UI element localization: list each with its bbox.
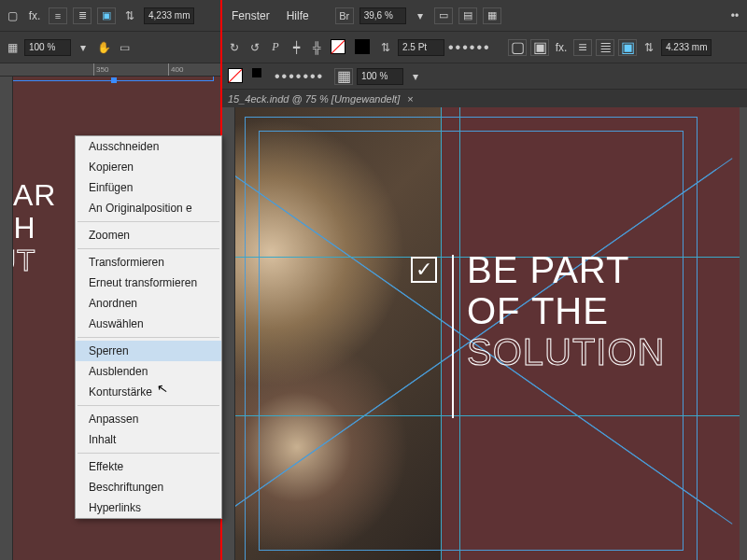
menu-fenster[interactable]: Fenster <box>226 9 275 22</box>
measure-field-right[interactable]: 4.233 mm <box>661 39 712 56</box>
loop-icon-2[interactable]: ↺ <box>247 39 263 56</box>
context-menu-item[interactable]: Ausschneiden <box>76 136 221 157</box>
more-icon[interactable]: ▭ <box>116 39 133 56</box>
zoom-display[interactable]: 39,6 % <box>359 7 406 24</box>
context-menu-item[interactable]: Anpassen <box>76 409 221 429</box>
fx-label[interactable]: fx. <box>553 39 570 56</box>
guide[interactable] <box>235 415 740 416</box>
stroke-swatch[interactable] <box>353 37 374 58</box>
align-icon[interactable]: ≡ <box>49 7 67 24</box>
slogan-text-right: BE PART OF THE SOLUTION <box>467 249 665 372</box>
context-menu-item[interactable]: Kopieren <box>76 157 221 177</box>
toolbar-row-2-right: ↻ ↺ P ┿ ╬ ⇅ 2.5 Pt •••••• ▢ ▣ fx. ≡ ≣ ▣ … <box>222 32 747 63</box>
context-menu-item[interactable]: Sperren <box>76 341 221 361</box>
context-menu-item[interactable]: Effekte <box>76 456 221 477</box>
corner-icon[interactable]: ▢ <box>508 39 527 56</box>
menu-hilfe[interactable]: Hilfe <box>281 9 315 22</box>
ruler-vertical-left <box>0 77 13 560</box>
chevron-down-icon[interactable]: ▾ <box>75 39 92 56</box>
effects-icon[interactable]: ▣ <box>530 39 549 56</box>
separator <box>78 453 219 454</box>
context-menu-item[interactable]: Erneut transformieren <box>76 273 221 293</box>
chevron-down-icon[interactable]: ▾ <box>407 68 424 85</box>
screen-mode-icon[interactable]: ▤ <box>458 7 477 24</box>
stroke-swatch-2[interactable] <box>250 66 271 87</box>
stroke-style-dots[interactable]: •••••• <box>448 41 504 54</box>
wrap-icon[interactable]: ≡ <box>573 39 592 56</box>
chevron-down-icon[interactable]: ▾ <box>412 7 429 24</box>
document-tab[interactable]: 15_4eck.indd @ 75 % [Umgewandelt] × <box>222 90 747 108</box>
guide[interactable] <box>459 107 460 560</box>
wrap-icon-2[interactable]: ≣ <box>596 39 614 56</box>
fill-swatch-2[interactable] <box>226 66 247 87</box>
align-icon-2[interactable]: ≣ <box>73 7 92 24</box>
guide[interactable] <box>441 107 442 560</box>
context-menu-item[interactable]: Konturstärke <box>76 382 221 402</box>
opacity-icon[interactable]: ▢ <box>4 7 21 24</box>
frame-fit-icon[interactable]: ▣ <box>97 7 116 24</box>
context-menu-item[interactable]: Beschriftungen <box>76 477 221 497</box>
separator <box>78 221 219 222</box>
grid-icon[interactable]: ▦ <box>4 39 21 56</box>
zoom-field-left[interactable]: 100 % <box>24 39 71 56</box>
context-menu-item[interactable]: Inhalt <box>76 429 221 450</box>
search-icon[interactable]: •• <box>726 7 743 24</box>
view-mode-icon[interactable]: ▭ <box>434 7 453 24</box>
selection-frame[interactable] <box>13 77 214 81</box>
measure-field[interactable]: 4,233 mm <box>144 7 194 24</box>
context-menu-item[interactable]: An Originalposition e <box>76 198 221 218</box>
stroke-style-dots-2[interactable]: ••••••• <box>275 70 331 83</box>
document-title: 15_4eck.indd @ 75 % [Umgewandelt] <box>228 93 400 105</box>
slogan-text-left: PAR TH UT <box>13 179 56 278</box>
align-icon[interactable]: ╬ <box>308 39 325 56</box>
vertical-rule <box>452 255 454 418</box>
ruler-horizontal-left: 350400 <box>0 63 220 77</box>
context-menu[interactable]: AusschneidenKopierenEinfügenAn Originalp… <box>75 135 222 519</box>
ruler-vertical-right <box>222 107 235 560</box>
toolbar-row-1-left: ▢ fx. ≡ ≣ ▣ ⇅ 4,233 mm <box>0 0 220 32</box>
fill-swatch[interactable] <box>329 37 349 58</box>
loop-icon[interactable]: ↻ <box>226 39 243 56</box>
context-menu-item[interactable]: Hyperlinks <box>76 497 221 518</box>
right-instance: Fenster Hilfe Br 39,6 % ▾ ▭ ▤ ▦ •• ↻ ↺ P… <box>222 0 747 560</box>
close-icon[interactable]: × <box>407 93 413 105</box>
toolbar-row-2-left: ▦ 100 % ▾ ✋ ▭ <box>0 32 220 63</box>
arrange-icon[interactable]: ▦ <box>483 7 501 24</box>
menubar-right: Fenster Hilfe Br 39,6 % ▾ ▭ ▤ ▦ •• <box>222 0 747 32</box>
p-icon[interactable]: P <box>267 39 284 56</box>
distribute-icon[interactable]: ┿ <box>288 39 304 56</box>
separator <box>78 405 219 406</box>
context-menu-item[interactable]: Einfügen <box>76 177 221 198</box>
fx-label[interactable]: fx. <box>26 7 43 24</box>
stroke-weight[interactable]: 2.5 Pt <box>398 39 444 56</box>
cursor-icon: ↖ <box>156 380 170 397</box>
context-menu-item[interactable]: Transformieren <box>76 252 221 273</box>
link-icon[interactable]: ⇅ <box>641 39 657 56</box>
context-menu-item[interactable]: Ausblenden <box>76 361 221 382</box>
hand-icon[interactable]: ✋ <box>95 39 112 56</box>
page: ✓ BE PART OF THE SOLUTION <box>235 107 740 560</box>
frame-fit-icon[interactable]: ▣ <box>618 39 637 56</box>
grid-icon[interactable]: ▦ <box>334 68 353 85</box>
bridge-button[interactable]: Br <box>335 7 354 24</box>
separator <box>78 337 219 338</box>
context-menu-item[interactable]: Anordnen <box>76 293 221 314</box>
context-menu-item[interactable]: Auswählen <box>76 314 221 334</box>
link-icon[interactable]: ⇅ <box>121 7 138 24</box>
context-menu-item[interactable]: Zoomen <box>76 225 221 245</box>
zoom-field-right[interactable]: 100 % <box>357 68 403 85</box>
checkmark-box: ✓ <box>411 257 437 283</box>
canvas-right[interactable]: ✓ BE PART OF THE SOLUTION <box>235 107 747 560</box>
link-icon[interactable]: ⇅ <box>377 39 394 56</box>
toolbar-row-3-right: ••••••• ▦ 100 % ▾ <box>222 63 747 90</box>
separator <box>78 248 219 249</box>
